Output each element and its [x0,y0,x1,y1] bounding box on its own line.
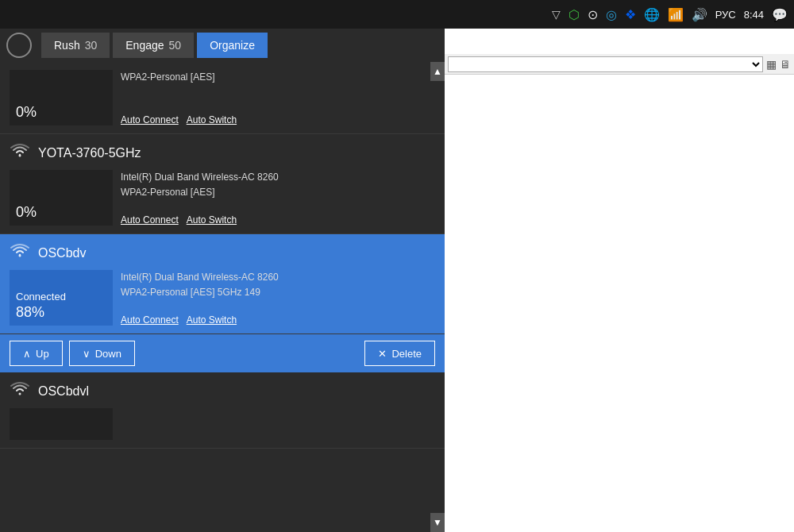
taskbar-icon-telegram[interactable]: ◎ [606,7,617,22]
taskbar-icon-green[interactable]: ⬡ [569,7,580,22]
taskbar-icon-dropbox[interactable]: ❖ [625,7,636,22]
signal-percent-0: 0% [16,104,37,121]
network-security-1: Intel(R) Dual Band Wireless-AC 8260WPA2-… [121,170,435,200]
tab-organize[interactable]: Organize [197,33,268,58]
svg-point-2 [19,393,21,395]
svg-point-1 [19,255,21,257]
auto-connect-0[interactable]: Auto Connect [121,114,179,125]
signal-box-1: 0% [10,170,113,226]
list-item[interactable]: OSCbdvl [0,372,445,449]
taskbar-icon-wifi-cursor[interactable]: ⊙ [588,7,598,22]
network-list: 0% WPA2-Personal [AES] Auto Connect Auto… [0,62,445,532]
address-select[interactable] [448,56,763,72]
view-icon-2[interactable]: 🖥 [780,58,791,71]
view-icon[interactable]: ▦ [766,58,777,71]
auto-switch-1[interactable]: Auto Switch [187,214,237,226]
network-security-2: Intel(R) Dual Band Wireless-AC 8260WPA2-… [121,270,435,300]
network-details-0: WPA2-Personal [AES] Auto Connect Auto Sw… [121,70,435,125]
down-icon: ∨ [83,348,91,360]
network-header-2: OSCbdv [10,242,435,264]
scroll-down-button[interactable]: ▼ [430,513,445,532]
up-button[interactable]: ∧ Up [10,341,63,366]
network-security-0: WPA2-Personal [AES] [121,70,435,85]
delete-icon: ✕ [378,348,387,360]
network-actions-2: Auto Connect Auto Switch [121,314,435,326]
signal-percent-2: 88% [16,304,44,321]
auto-connect-2[interactable]: Auto Connect [121,314,179,326]
network-actions-0: Auto Connect Auto Switch [121,114,435,125]
delete-button[interactable]: ✕ Delete [364,341,435,366]
main-content-area [445,75,794,532]
taskbar-time: 8:44 [744,9,764,21]
taskbar-icon-evernote[interactable]: 🌐 [644,7,660,22]
scroll-up-button[interactable]: ▲ [430,62,445,81]
auto-switch-0[interactable]: Auto Switch [187,114,237,125]
signal-box-2: Connected 88% [10,270,113,326]
tab-rush[interactable]: Rush 30 [41,33,110,58]
browser-area: 🖥 📋 📋 📋 inet Wifinian... ▼ 🖨 ⭐ 🔍 ▦ 🖥 [445,29,794,532]
auto-switch-2[interactable]: Auto Switch [187,314,237,326]
wifi-panel: Rush 30 Engage 50 Organize ▲ 0% WPA2-Per… [0,0,445,532]
signal-box-0: 0% [10,70,113,125]
network-name-1: YOTA-3760-5GHz [38,146,141,160]
list-item[interactable]: YOTA-3760-5GHz 0% Intel(R) Dual Band Wir… [0,134,445,234]
auto-connect-1[interactable]: Auto Connect [121,214,179,226]
list-item[interactable]: OSCbdv Connected 88% Intel(R) Dual Band … [0,234,445,334]
taskbar-icon-wifi[interactable]: 📶 [668,7,684,22]
network-details-2: Intel(R) Dual Band Wireless-AC 8260WPA2-… [121,270,435,326]
network-name-2: OSCbdv [38,246,86,260]
list-item: 0% WPA2-Personal [AES] Auto Connect Auto… [0,62,445,134]
signal-status-2: Connected [16,291,66,303]
network-header-1: YOTA-3760-5GHz [10,142,435,164]
tab-circle-icon[interactable] [6,33,32,58]
down-button[interactable]: ∨ Down [69,341,135,366]
network-controls: ∧ Up ∨ Down ✕ Delete [0,334,445,372]
network-header-3: OSCbdvl [10,380,435,402]
taskbar-language: РУС [715,9,736,21]
network-details-3 [121,408,435,440]
tabs-bar: Rush 30 Engage 50 Organize [0,29,445,62]
svg-point-0 [19,155,21,157]
taskbar: ▽ ⬡ ⊙ ◎ ❖ 🌐 📶 🔊 РУС 8:44 💬 [0,0,794,29]
tab-engage[interactable]: Engage 50 [113,33,194,58]
network-details-1: Intel(R) Dual Band Wireless-AC 8260WPA2-… [121,170,435,226]
wifi-signal-icon-2 [10,242,30,264]
network-actions-1: Auto Connect Auto Switch [121,214,435,226]
wifi-signal-icon-3 [10,380,30,402]
up-icon: ∧ [23,348,31,360]
signal-box-3 [10,408,113,440]
taskbar-icon-chat[interactable]: 💬 [772,7,788,22]
wifi-signal-icon-1 [10,142,30,164]
signal-percent-1: 0% [16,204,37,221]
address-bar: ▦ 🖥 [445,54,794,75]
taskbar-dropdown-arrow[interactable]: ▽ [552,8,561,21]
network-name-3: OSCbdvl [38,384,89,399]
taskbar-icon-volume[interactable]: 🔊 [692,7,707,22]
